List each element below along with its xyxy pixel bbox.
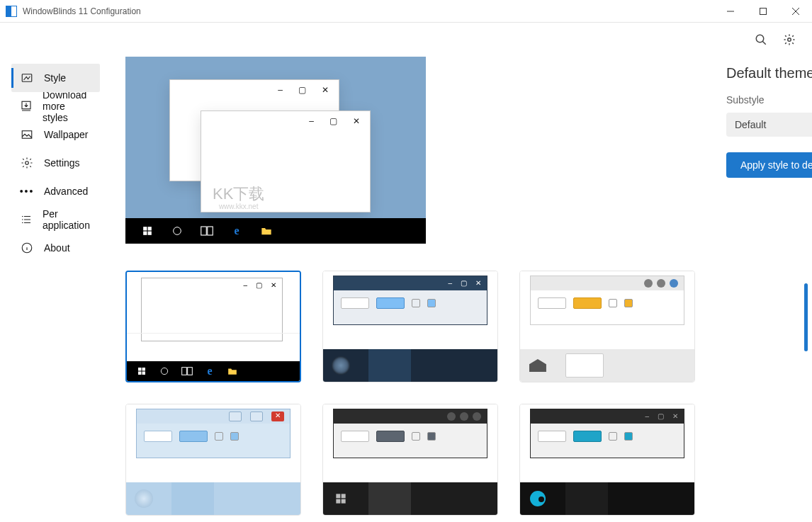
sidebar-item-label: About bbox=[44, 242, 70, 254]
svg-rect-13 bbox=[201, 227, 207, 235]
theme-gallery: –▢✕ e bbox=[125, 271, 701, 516]
theme-thumb-darkblue[interactable]: –▢✕ bbox=[322, 271, 498, 382]
maximize-button[interactable] bbox=[747, 0, 779, 23]
settings-icon bbox=[20, 156, 34, 170]
svg-rect-17 bbox=[138, 372, 142, 375]
sidebar-item-label: Wallpaper bbox=[44, 129, 89, 140]
svg-rect-5 bbox=[22, 131, 32, 139]
sidebar-item-label: Advanced bbox=[44, 186, 88, 197]
app-icon bbox=[6, 6, 17, 17]
svg-rect-14 bbox=[208, 227, 213, 235]
gear-icon[interactable] bbox=[781, 31, 798, 48]
advanced-icon: ••• bbox=[20, 184, 34, 198]
sidebar-item-settings[interactable]: Settings bbox=[11, 149, 100, 177]
wallpaper-icon bbox=[20, 127, 34, 142]
sidebar-item-wallpaper[interactable]: Wallpaper bbox=[11, 120, 100, 149]
theme-preview: –▢✕ –▢✕ e bbox=[125, 57, 426, 244]
svg-point-2 bbox=[788, 38, 791, 42]
svg-rect-0 bbox=[760, 8, 767, 14]
svg-point-6 bbox=[26, 161, 29, 165]
svg-rect-16 bbox=[142, 368, 145, 371]
svg-rect-18 bbox=[142, 372, 145, 375]
sidebar-item-label: Per application bbox=[43, 208, 91, 231]
sidebar-item-download[interactable]: Download more styles bbox=[11, 92, 100, 120]
sidebar: Style Download more styles Wallpaper Set… bbox=[0, 57, 111, 522]
svg-point-19 bbox=[161, 368, 167, 374]
svg-rect-11 bbox=[148, 232, 152, 235]
start-icon bbox=[141, 225, 154, 237]
svg-rect-20 bbox=[182, 368, 187, 375]
theme-name: Default theme bbox=[726, 65, 812, 81]
scrollbar-thumb[interactable] bbox=[804, 283, 808, 351]
apply-button[interactable]: Apply style to desktop bbox=[726, 152, 812, 178]
svg-rect-9 bbox=[148, 227, 152, 230]
preview-window-front: –▢✕ bbox=[201, 110, 371, 212]
taskview-icon bbox=[201, 225, 213, 237]
edge-icon: e bbox=[230, 225, 243, 237]
theme-thumb-default[interactable]: –▢✕ e bbox=[125, 271, 301, 382]
style-icon bbox=[20, 71, 34, 85]
substyle-select[interactable]: Default bbox=[726, 113, 812, 137]
cortana-icon bbox=[171, 225, 184, 237]
svg-rect-15 bbox=[138, 368, 142, 371]
svg-point-1 bbox=[756, 35, 764, 42]
substyle-label: Substyle bbox=[726, 94, 812, 106]
theme-thumb-whitegold[interactable] bbox=[519, 271, 695, 382]
search-icon[interactable] bbox=[752, 31, 769, 48]
download-icon bbox=[20, 99, 33, 113]
titlebar: WindowBlinds 11 Configuration bbox=[0, 0, 812, 23]
theme-thumb-graphite[interactable] bbox=[322, 404, 498, 516]
svg-rect-23 bbox=[342, 494, 346, 498]
theme-title: Default theme by Microsoft bbox=[726, 65, 812, 81]
theme-thumb-darkflat[interactable]: –▢✕ bbox=[519, 404, 695, 516]
svg-point-12 bbox=[174, 227, 181, 235]
substyle-value: Default bbox=[735, 119, 766, 130]
close-button[interactable] bbox=[779, 0, 812, 23]
svg-rect-24 bbox=[336, 499, 340, 504]
svg-rect-22 bbox=[336, 494, 340, 498]
sidebar-item-label: Settings bbox=[44, 157, 80, 169]
svg-rect-8 bbox=[143, 227, 147, 230]
sidebar-item-label: Style bbox=[44, 72, 66, 84]
sidebar-item-advanced[interactable]: ••• Advanced bbox=[11, 177, 100, 205]
list-icon bbox=[20, 212, 33, 227]
svg-rect-21 bbox=[188, 368, 193, 375]
theme-thumb-luna[interactable]: ✕ bbox=[125, 404, 301, 516]
sidebar-item-label: Download more styles bbox=[43, 89, 91, 123]
sidebar-item-style[interactable]: Style bbox=[11, 64, 100, 92]
minimize-button[interactable] bbox=[714, 0, 747, 23]
sidebar-item-about[interactable]: About bbox=[11, 234, 100, 262]
svg-rect-25 bbox=[342, 499, 346, 504]
window-title: WindowBlinds 11 Configuration bbox=[23, 6, 141, 16]
svg-rect-10 bbox=[143, 232, 147, 235]
toolbar bbox=[0, 23, 812, 57]
sidebar-item-per-application[interactable]: Per application bbox=[11, 205, 100, 234]
preview-taskbar: e bbox=[125, 218, 426, 244]
explorer-icon bbox=[260, 225, 273, 237]
info-icon bbox=[20, 241, 34, 255]
